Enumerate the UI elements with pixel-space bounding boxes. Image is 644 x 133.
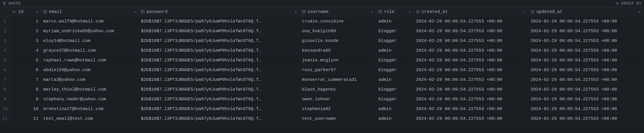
cell-email[interactable]: eloy14@hotmail.com xyxy=(41,36,138,46)
cell-updated-at[interactable]: 2024-02-29 00:09:54.227553 +00:00 xyxy=(528,75,643,84)
orderby-label: ORDER BY xyxy=(621,1,642,6)
cell-id[interactable]: 3 xyxy=(10,36,41,46)
cell-id[interactable]: 9 xyxy=(10,94,41,104)
row-number-cell: 9 xyxy=(0,94,10,104)
data-grid: id email password username role created_… xyxy=(0,7,644,124)
row-number-cell: 7 xyxy=(0,75,10,84)
cell-username[interactable]: trudie.considine xyxy=(300,16,376,26)
cell-password[interactable]: $2b$10$7.l3PT3JBGGE5/pa87y6JumP0hvlaTWcG… xyxy=(138,65,300,75)
cell-id[interactable]: 1 xyxy=(10,16,41,26)
cell-username[interactable]: ross_parker57 xyxy=(300,65,376,75)
cell-role[interactable]: blogger xyxy=(376,94,414,104)
cell-email[interactable]: grayce37@hotmail.com xyxy=(41,46,138,55)
column-header-id[interactable]: id xyxy=(10,7,41,16)
cell-role[interactable]: blogger xyxy=(376,65,414,75)
cell-role[interactable]: admin xyxy=(376,75,414,84)
cell-username[interactable]: ona_koelpin99 xyxy=(300,26,376,36)
cell-role[interactable]: admin xyxy=(376,104,414,114)
cell-email[interactable]: ernestina27@hotmail.com xyxy=(41,104,138,114)
svg-rect-4 xyxy=(379,10,382,13)
column-header-updated-at[interactable]: updated_at xyxy=(528,7,643,16)
cell-password[interactable]: $2b$10$7.l3PT3JBGGE5/pa87y6JumP0hvlaTWcG… xyxy=(138,55,300,65)
cell-id[interactable]: 5 xyxy=(10,55,41,65)
sort-icon xyxy=(523,10,526,14)
cell-role[interactable]: blogger xyxy=(376,36,414,46)
cell-created-at[interactable]: 2024-02-29 00:09:54.227553 +00:00 xyxy=(414,75,528,84)
cell-role[interactable]: admin xyxy=(376,46,414,55)
filter-toolbar: WHERE ORDER BY xyxy=(0,0,644,7)
cell-created-at[interactable]: 2024-02-29 00:09:54.227553 +00:00 xyxy=(414,94,528,104)
cell-email[interactable]: marta3@yahoo.com xyxy=(41,75,138,84)
cell-created-at[interactable]: 2024-02-29 00:09:54.227553 +00:00 xyxy=(414,55,528,65)
cell-created-at[interactable]: 2024-02-29 00:09:54.227553 +00:00 xyxy=(414,65,528,75)
cell-updated-at[interactable]: 2024-02-29 00:09:54.227553 +00:00 xyxy=(528,26,643,36)
row-number-cell: 4 xyxy=(0,46,10,55)
row-number-header xyxy=(0,7,10,16)
cell-id[interactable]: 11 xyxy=(10,114,41,124)
column-header-email[interactable]: email xyxy=(41,7,138,16)
cell-username[interactable]: gisselle.kunde xyxy=(300,36,376,46)
cell-id[interactable]: 8 xyxy=(10,84,41,94)
column-header-password[interactable]: password xyxy=(138,7,300,16)
cell-password[interactable]: $2b$10$7.l3PT3JBGGE5/pa87y6JumP0hvlaTWcG… xyxy=(138,114,300,124)
orderby-control[interactable]: ORDER BY xyxy=(615,1,642,6)
cell-email[interactable]: test_email@test.com xyxy=(41,114,138,124)
cell-username[interactable]: monserrat_cummerata31 xyxy=(300,75,376,84)
column-header-created-at[interactable]: created_at xyxy=(414,7,528,16)
cell-username[interactable]: kassandra85 xyxy=(300,46,376,55)
cell-username[interactable]: test_username xyxy=(300,114,376,124)
cell-created-at[interactable]: 2024-02-29 00:09:54.227553 +00:00 xyxy=(414,36,528,46)
sort-icon xyxy=(36,10,39,14)
sort-icon xyxy=(294,10,297,14)
cell-role[interactable]: blogger xyxy=(376,55,414,65)
cell-email[interactable]: marley_thiel@hotmail.com xyxy=(41,84,138,94)
svg-rect-1 xyxy=(44,10,46,13)
cell-updated-at[interactable]: 2024-02-29 00:09:54.227553 +00:00 xyxy=(528,36,643,46)
cell-email[interactable]: abdiel55@yahoo.com xyxy=(41,65,138,75)
cell-id[interactable]: 10 xyxy=(10,104,41,114)
row-number-cell: 3 xyxy=(0,36,10,46)
cell-email[interactable]: raphael.rowe@hotmail.com xyxy=(41,55,138,65)
cell-password[interactable]: $2b$10$7.l3PT3JBGGE5/pa87y6JumP0hvlaTWcG… xyxy=(138,26,300,36)
cell-username[interactable]: blaze_hagenes xyxy=(300,84,376,94)
cell-id[interactable]: 6 xyxy=(10,65,41,75)
cell-created-at[interactable]: 2024-02-29 00:09:54.227553 +00:00 xyxy=(414,26,528,36)
cell-password[interactable]: $2b$10$7.l3PT3JBGGE5/pa87y6JumP0hvlaTWcG… xyxy=(138,75,300,84)
clock-icon xyxy=(416,10,420,14)
cell-email[interactable]: myriam_ondricka85@yahoo.com xyxy=(41,26,138,36)
cell-updated-at[interactable]: 2024-02-29 00:09:54.227553 +00:00 xyxy=(528,65,643,75)
cell-password[interactable]: $2b$10$7.l3PT3JBGGE5/pa87y6JumP0hvlaTWcG… xyxy=(138,46,300,55)
cell-role[interactable]: blogger xyxy=(376,84,414,94)
column-header-username[interactable]: username xyxy=(300,7,376,16)
cell-password[interactable]: $2b$10$7.l3PT3JBGGE5/pa87y6JumP0hvlaTWcG… xyxy=(138,94,300,104)
cell-updated-at[interactable]: 2024-02-29 00:09:54.227553 +00:00 xyxy=(528,55,643,65)
cell-password[interactable]: $2b$10$7.l3PT3JBGGE5/pa87y6JumP0hvlaTWcG… xyxy=(138,104,300,114)
cell-created-at[interactable]: 2024-02-29 00:09:54.227553 +00:00 xyxy=(414,46,528,55)
cell-id[interactable]: 7 xyxy=(10,75,41,84)
cell-email[interactable]: marco.wolf9@hotmail.com xyxy=(41,16,138,26)
cell-created-at[interactable]: 2024-02-29 00:09:54.227553 +00:00 xyxy=(414,84,528,94)
cell-updated-at[interactable]: 2024-02-29 00:09:54.227553 +00:00 xyxy=(528,94,643,104)
cell-updated-at[interactable]: 2024-02-29 00:09:54.227553 +00:00 xyxy=(528,114,643,124)
cell-role[interactable]: admin xyxy=(376,114,414,124)
cell-created-at[interactable]: 2024-02-29 00:09:54.227553 +00:00 xyxy=(414,104,528,114)
cell-role[interactable]: admin xyxy=(376,16,414,26)
cell-password[interactable]: $2b$10$7.l3PT3JBGGE5/pa87y6JumP0hvlaTWcG… xyxy=(138,16,300,26)
cell-updated-at[interactable]: 2024-02-29 00:09:54.227553 +00:00 xyxy=(528,16,643,26)
cell-updated-at[interactable]: 2024-02-29 00:09:54.227553 +00:00 xyxy=(528,84,643,94)
cell-username[interactable]: owen.lehner xyxy=(300,94,376,104)
cell-id[interactable]: 4 xyxy=(10,46,41,55)
cell-email[interactable]: stephany.nader@yahoo.com xyxy=(41,94,138,104)
cell-role[interactable]: blogger xyxy=(376,26,414,36)
cell-updated-at[interactable]: 2024-02-29 00:09:54.227553 +00:00 xyxy=(528,46,643,55)
cell-password[interactable]: $2b$10$7.l3PT3JBGGE5/pa87y6JumP0hvlaTWcG… xyxy=(138,84,300,94)
column-header-role[interactable]: role xyxy=(376,7,414,16)
cell-created-at[interactable]: 2024-02-29 00:09:54.227553 +00:00 xyxy=(414,114,528,124)
cell-updated-at[interactable]: 2024-02-29 00:09:54.227553 +00:00 xyxy=(528,104,643,114)
cell-username[interactable]: stephania92 xyxy=(300,104,376,114)
where-filter[interactable]: WHERE xyxy=(2,1,21,6)
cell-created-at[interactable]: 2024-02-29 00:09:54.227553 +00:00 xyxy=(414,16,528,26)
cell-password[interactable]: $2b$10$7.l3PT3JBGGE5/pa87y6JumP0hvlaTWcG… xyxy=(138,36,300,46)
cell-id[interactable]: 2 xyxy=(10,26,41,36)
cell-username[interactable]: jeanie.mcglynn xyxy=(300,55,376,65)
